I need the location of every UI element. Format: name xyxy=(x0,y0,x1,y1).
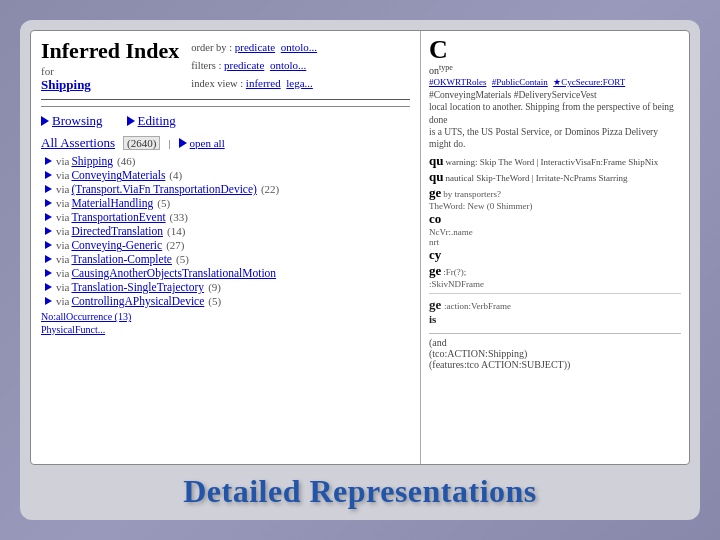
tree-item-causing: via CausingAnotherObjectsTranslationalMo… xyxy=(45,267,410,279)
tree-item-transport-event: via TransportationEvent (33) xyxy=(45,211,410,223)
header-section: Inferred Index for Shipping order by : p… xyxy=(41,39,410,100)
filter-ontolo-link[interactable]: ontolo... xyxy=(270,59,306,71)
right-desc-2: local location to another. Shipping from… xyxy=(429,101,681,126)
causing-link[interactable]: CausingAnotherObjectsTranslationalMotion xyxy=(71,267,276,279)
for-label: for Shipping xyxy=(41,65,179,93)
right-code-1: (and xyxy=(429,337,681,348)
browsing-nav-item[interactable]: Browsing xyxy=(41,113,103,129)
editing-link[interactable]: Editing xyxy=(138,113,176,129)
index-view-row: index view : inferred lega... xyxy=(191,75,317,93)
right-is: is xyxy=(429,313,681,325)
browsing-triangle-icon xyxy=(41,116,49,126)
right-nrt: nrt xyxy=(429,237,681,247)
open-all-item[interactable]: open all xyxy=(179,137,225,149)
browse-edit-row: Browsing Editing xyxy=(41,113,410,129)
right-panel: C ontype #OKWRTRoles #PublicContain ★Cyc… xyxy=(421,31,689,464)
right-link-2[interactable]: #PublicContain xyxy=(492,77,548,87)
tree-triangle-icon xyxy=(45,199,52,207)
tree-triangle-icon xyxy=(45,297,52,305)
order-ontolo-link[interactable]: ontolo... xyxy=(281,41,317,53)
conveying-materials-link[interactable]: ConveyingMaterials xyxy=(71,169,165,181)
filter-predicate-link[interactable]: predicate xyxy=(224,59,264,71)
right-ge1-sub: TheWord: New (0 Shimmer) xyxy=(429,201,681,211)
tree-triangle-icon xyxy=(45,185,52,193)
transport-event-link[interactable]: TransportationEvent xyxy=(71,211,165,223)
right-panel-on-type: ontype xyxy=(429,63,681,76)
left-panel: Inferred Index for Shipping order by : p… xyxy=(31,31,421,464)
directed-translation-link[interactable]: DirectedTranslation xyxy=(71,225,163,237)
tree-item-shipping: via Shipping (46) xyxy=(45,155,410,167)
tree-item-single-traj: via Translation-SingleTrajectory (9) xyxy=(45,281,410,293)
filters-row: filters : predicate ontolo... xyxy=(191,57,317,75)
right-desc-3: is a UTS, the US Postal Service, or Domi… xyxy=(429,126,681,151)
right-ge2: ge:Fr(?); xyxy=(429,263,681,279)
right-co-sub: NcVr:.name xyxy=(429,227,681,237)
outer-container: Inferred Index for Shipping order by : p… xyxy=(20,20,700,520)
assertions-count: (2640) xyxy=(123,136,160,150)
right-ge1: geby transporters? xyxy=(429,185,681,201)
right-ge3: ge xyxy=(429,297,441,312)
assertions-tree: via Shipping (46) via ConveyingMaterials… xyxy=(41,155,410,307)
right-link-1[interactable]: #OKWRTRoles xyxy=(429,77,486,87)
right-qu2: qunautical Skip-TheWord | Irritate-NcPra… xyxy=(429,169,681,185)
single-trajectory-link[interactable]: Translation-SingleTrajectory xyxy=(71,281,204,293)
tree-item-translation-complete: via Translation-Complete (5) xyxy=(45,253,410,265)
translation-complete-link[interactable]: Translation-Complete xyxy=(71,253,172,265)
index-inferred-link[interactable]: inferred xyxy=(246,77,281,89)
tree-triangle-icon xyxy=(45,241,52,249)
open-all-triangle-icon xyxy=(179,138,187,148)
controlling-link[interactable]: ControllingAPhysicalDevice xyxy=(71,295,204,307)
tree-triangle-icon xyxy=(45,213,52,221)
right-links-line: #OKWRTRoles #PublicContain ★CycSecure:FO… xyxy=(429,76,681,89)
divider-1 xyxy=(41,106,410,107)
editing-nav-item[interactable]: Editing xyxy=(127,113,176,129)
right-ge3-detail: :action:VerbFrame xyxy=(444,301,511,311)
tree-item-conveying: via ConveyingMaterials (4) xyxy=(45,169,410,181)
browsing-link[interactable]: Browsing xyxy=(52,113,103,129)
order-predicate-link[interactable]: predicate xyxy=(235,41,275,53)
right-cy1: cy xyxy=(429,247,681,263)
tree-triangle-icon xyxy=(45,269,52,277)
tree-triangle-icon xyxy=(45,283,52,291)
editing-triangle-icon xyxy=(127,116,135,126)
right-qu1-detail: warning: Skip The Word | InteractivVisaF… xyxy=(445,157,658,167)
material-handling-link[interactable]: MaterialHandling xyxy=(71,197,153,209)
footer-title: Detailed Representations xyxy=(30,473,690,510)
right-bottom-code: (and (tco:ACTION:Shipping) (features:tco… xyxy=(429,333,681,370)
assertions-row: All Assertions (2640) | open all xyxy=(41,135,410,151)
shipping-tree-link[interactable]: Shipping xyxy=(71,155,113,167)
conveying-generic-link[interactable]: Conveying-Generic xyxy=(71,239,162,251)
tree-item-controlling: via ControllingAPhysicalDevice (5) xyxy=(45,295,410,307)
right-ge3-section: ge :action:VerbFrame xyxy=(429,293,681,313)
index-lega-link[interactable]: lega... xyxy=(286,77,313,89)
bottom-status: No:allOccurrence (13) PhysicalFunct... xyxy=(41,311,410,335)
right-ge2-sub: :SkivNDFrame xyxy=(429,279,681,289)
tree-item-transport: via (Transport.ViaFn TransportationDevic… xyxy=(45,183,410,195)
all-assertions-link[interactable]: All Assertions xyxy=(41,135,115,151)
tree-triangle-icon xyxy=(45,171,52,179)
right-panel-letter: C xyxy=(429,37,681,63)
right-co1: co xyxy=(429,211,681,227)
window-title: Inferred Index xyxy=(41,39,179,63)
tree-triangle-icon xyxy=(45,157,52,165)
physical-funct-link[interactable]: PhysicalFunct... xyxy=(41,324,105,335)
tree-triangle-icon xyxy=(45,255,52,263)
open-all-link[interactable]: open all xyxy=(190,137,225,149)
right-link-3[interactable]: ★CycSecure:FORT xyxy=(553,77,625,87)
shipping-main-link[interactable]: Shipping xyxy=(41,77,91,92)
header-controls: order by : predicate ontolo... filters :… xyxy=(191,39,317,92)
no-occurrence-link[interactable]: No:allOccurrence (13) xyxy=(41,311,131,322)
tree-triangle-icon xyxy=(45,227,52,235)
right-qu1: quwarning: Skip The Word | InteractivVis… xyxy=(429,153,681,169)
right-desc-1: #ConveyingMaterials #DeliveryServiceVest xyxy=(429,89,681,101)
tree-item-conveying-generic: via Conveying-Generic (27) xyxy=(45,239,410,251)
transport-link[interactable]: (Transport.ViaFn TransportationDevice) xyxy=(71,183,256,195)
order-by-row: order by : predicate ontolo... xyxy=(191,39,317,57)
tree-item-material: via MaterialHandling (5) xyxy=(45,197,410,209)
type-superscript: type xyxy=(439,63,453,72)
main-window: Inferred Index for Shipping order by : p… xyxy=(30,30,690,465)
tree-item-directed: via DirectedTranslation (14) xyxy=(45,225,410,237)
right-code-3: (features:tco ACTION:SUBJECT)) xyxy=(429,359,681,370)
right-code-2: (tco:ACTION:Shipping) xyxy=(429,348,681,359)
